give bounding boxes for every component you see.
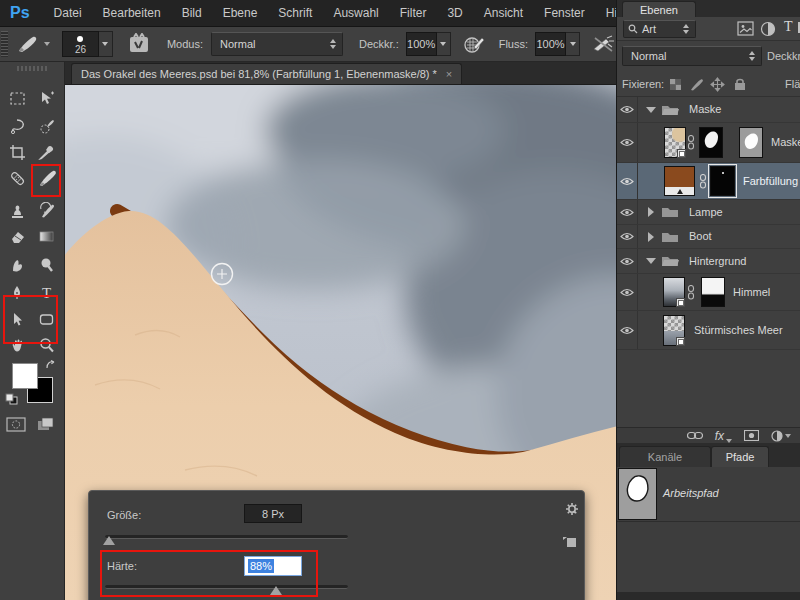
tab-close-icon[interactable]: × — [446, 68, 452, 80]
layer-row-group-lampe[interactable]: Lampe — [617, 200, 800, 225]
layer-mask-thumbnail[interactable] — [701, 277, 725, 307]
visibility-eye-icon[interactable] — [617, 97, 638, 122]
layer-row-farbfuellung[interactable]: Farbfüllung 1 — [617, 163, 800, 200]
tab-ebenen[interactable]: Ebenen — [622, 1, 696, 17]
mask-link-icon[interactable] — [687, 285, 695, 300]
fluss-dropdown-button[interactable] — [566, 32, 580, 56]
link-layers-icon[interactable] — [687, 431, 703, 440]
tool-crop[interactable] — [4, 140, 30, 164]
path-thumbnail[interactable] — [618, 468, 657, 520]
tool-lasso[interactable] — [4, 114, 30, 138]
filter-image-icon[interactable] — [737, 21, 754, 36]
foreground-color-swatch[interactable] — [12, 363, 38, 389]
layer-thumbnail[interactable] — [663, 277, 685, 307]
size-slider[interactable] — [105, 535, 348, 539]
path-row[interactable]: Arbeitspfad — [617, 467, 800, 522]
lock-transparency-icon[interactable] — [669, 78, 682, 91]
swap-colors-icon[interactable] — [44, 359, 57, 371]
mask-link-icon[interactable] — [699, 174, 707, 189]
tool-eyedropper[interactable] — [33, 140, 59, 164]
layer-row-group-hintergrund[interactable]: Hintergrund — [617, 249, 800, 274]
brush-size-preview[interactable]: 26 — [62, 31, 99, 57]
tool-smudge[interactable] — [4, 252, 30, 276]
group-expand-icon[interactable] — [646, 258, 656, 264]
tool-healing-brush[interactable] — [4, 166, 30, 190]
tool-hand[interactable] — [4, 333, 30, 357]
group-collapsed-icon[interactable] — [648, 232, 654, 242]
add-mask-icon[interactable] — [744, 430, 759, 441]
default-colors-icon[interactable] — [5, 393, 19, 405]
brush-panel-toggle-icon[interactable] — [127, 33, 151, 55]
selected-layer-mask-thumbnail[interactable] — [710, 166, 735, 196]
tool-shape[interactable] — [33, 307, 59, 331]
layer-thumbnail[interactable] — [663, 315, 685, 346]
tool-zoom[interactable] — [33, 333, 59, 357]
new-preset-icon[interactable] — [562, 534, 577, 548]
mask-link-icon[interactable] — [687, 135, 695, 150]
size-slider-thumb[interactable] — [103, 536, 115, 545]
layer-thumbnail[interactable] — [664, 127, 686, 158]
fluss-control[interactable]: 100% — [535, 32, 580, 56]
menu-ebene[interactable]: Ebene — [223, 6, 258, 20]
menu-schrift[interactable]: Schrift — [278, 6, 312, 20]
menu-bearbeiten[interactable]: Bearbeiten — [103, 6, 161, 20]
tool-preset-picker[interactable] — [16, 34, 50, 54]
brush-size-dropdown-button[interactable] — [99, 31, 113, 57]
menu-auswahl[interactable]: Auswahl — [333, 6, 378, 20]
airbrush-icon[interactable] — [592, 34, 616, 54]
tool-gradient[interactable] — [33, 224, 59, 248]
filter-type-icon[interactable]: T — [784, 19, 793, 35]
document-tab[interactable]: Das Orakel des Meeres.psd bei 81,8% (Far… — [71, 63, 462, 84]
hardness-slider-thumb[interactable] — [270, 586, 282, 595]
add-adjustment-button[interactable] — [771, 430, 791, 442]
tab-kanaele[interactable]: Kanäle — [619, 446, 711, 467]
popup-gear-icon[interactable] — [565, 502, 581, 518]
tool-dodge[interactable] — [33, 252, 59, 276]
tool-move[interactable] — [33, 86, 59, 110]
quick-mask-mode-button[interactable] — [3, 412, 29, 436]
tool-eraser[interactable] — [4, 224, 30, 248]
size-value-box[interactable]: 8 Px — [244, 504, 302, 523]
tool-brush[interactable] — [33, 166, 59, 190]
tablet-opacity-icon[interactable] — [463, 34, 485, 54]
menu-datei[interactable]: Datei — [54, 6, 82, 20]
lock-pixels-brush-icon[interactable] — [690, 78, 704, 91]
visibility-eye-icon[interactable] — [617, 163, 638, 199]
layer-row-maske[interactable]: Maske — [617, 123, 800, 163]
layer-style-button[interactable]: fx — [715, 429, 732, 443]
lock-position-icon[interactable] — [710, 77, 725, 92]
toolbar-grip[interactable] — [17, 66, 47, 71]
deckkraft-control[interactable]: 100% — [406, 32, 451, 56]
visibility-eye-icon[interactable] — [617, 311, 638, 349]
menu-3d[interactable]: 3D — [447, 6, 462, 20]
layers-blend-select[interactable]: Normal — [622, 46, 762, 66]
layer-row-stuermisches-meer[interactable]: Stürmisches Meer — [617, 311, 800, 350]
menu-filter[interactable]: Filter — [400, 6, 427, 20]
deckkraft-dropdown-button[interactable] — [437, 32, 451, 56]
tool-type[interactable]: T — [33, 280, 59, 304]
visibility-eye-icon[interactable] — [617, 274, 638, 310]
menu-bild[interactable]: Bild — [182, 6, 202, 20]
hardness-slider[interactable] — [105, 585, 348, 589]
group-expand-icon[interactable] — [646, 107, 656, 113]
screen-mode-button[interactable] — [33, 412, 59, 436]
layer-mask-thumbnail[interactable] — [699, 127, 723, 158]
visibility-eye-icon[interactable] — [617, 225, 638, 248]
tool-path-selection[interactable] — [4, 307, 30, 331]
lock-all-icon[interactable] — [734, 77, 746, 91]
hardness-input[interactable]: 88% — [244, 556, 302, 576]
menu-ansicht[interactable]: Ansicht — [484, 6, 523, 20]
blend-mode-select[interactable]: Normal — [211, 32, 343, 56]
tool-clone-stamp[interactable] — [4, 198, 30, 222]
layer-row-group-boot[interactable]: Boot — [617, 225, 800, 249]
filter-adjustment-icon[interactable] — [760, 21, 776, 37]
layer-row-group-maske[interactable]: Maske — [617, 97, 800, 123]
tool-pen[interactable] — [4, 280, 30, 304]
tab-pfade[interactable]: Pfade — [711, 446, 769, 467]
layer-row-himmel[interactable]: Himmel — [617, 274, 800, 311]
tool-quick-selection[interactable] — [33, 114, 59, 138]
layer-filter-select[interactable]: Art — [623, 20, 696, 38]
options-bar-grip[interactable] — [1, 31, 8, 57]
group-collapsed-icon[interactable] — [648, 207, 654, 217]
tool-history-brush[interactable] — [33, 198, 59, 222]
